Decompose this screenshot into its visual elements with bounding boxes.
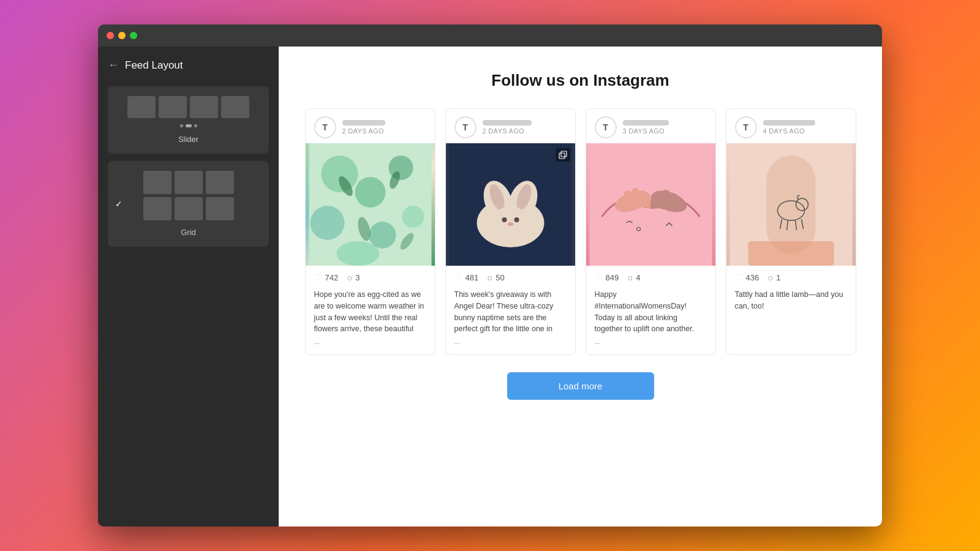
post-image-3 xyxy=(586,143,715,266)
caption-ellipsis-2: ... xyxy=(454,336,567,347)
svg-point-7 xyxy=(336,241,379,266)
svg-point-19 xyxy=(502,217,507,222)
avatar-4: T xyxy=(735,116,757,138)
load-more-section: Load more xyxy=(297,372,864,400)
slider-card xyxy=(221,96,249,118)
card-caption-2: This week's giveaway is with Angel Dear!… xyxy=(446,289,575,354)
card-caption-3: Happy #InternationalWomensDay! Today is … xyxy=(586,289,715,354)
svg-rect-22 xyxy=(559,153,565,159)
svg-rect-23 xyxy=(561,151,567,157)
slider-card xyxy=(190,96,218,118)
heart-icon-1: ♡ xyxy=(314,272,322,283)
avatar-2: T xyxy=(454,116,477,138)
svg-rect-44 xyxy=(748,241,834,266)
comments-stat-3: ○ 4 xyxy=(627,272,640,283)
slider-preview xyxy=(127,96,249,127)
svg-point-20 xyxy=(514,217,519,222)
svg-point-5 xyxy=(369,222,396,249)
sidebar: ← Feed Layout xyxy=(98,47,279,527)
feed-card-1[interactable]: T 2 DAYS AGO xyxy=(305,108,435,355)
slider-label: Slider xyxy=(178,135,198,144)
likes-count-1: 742 xyxy=(325,273,339,282)
maximize-button[interactable] xyxy=(130,32,137,39)
card-stats-2: ♡ 481 ○ 50 xyxy=(446,266,575,289)
card-header-3: T 3 DAYS AGO xyxy=(586,109,715,143)
likes-stat-3: ♡ 849 xyxy=(595,272,619,283)
post-time-1: 2 DAYS AGO xyxy=(342,127,426,135)
grid-card xyxy=(206,171,234,194)
username-bar-3 xyxy=(623,120,669,126)
caption-ellipsis-3: ... xyxy=(595,336,707,347)
avatar-3: T xyxy=(595,116,617,138)
comments-count-2: 50 xyxy=(496,273,504,282)
avatar-1: T xyxy=(314,116,336,138)
minimize-button[interactable] xyxy=(118,32,126,39)
heart-icon-2: ♡ xyxy=(454,272,462,283)
comment-icon-2: ○ xyxy=(487,272,492,283)
card-meta-4: 4 DAYS AGO xyxy=(763,120,847,135)
likes-count-3: 849 xyxy=(606,273,619,282)
feed-card-2[interactable]: T 2 DAYS AGO xyxy=(445,108,576,355)
card-stats-3: ♡ 849 ○ 4 xyxy=(586,266,715,289)
layout-option-slider[interactable]: Slider xyxy=(108,86,269,154)
grid-card xyxy=(175,197,203,220)
card-stats-1: ♡ 742 ○ 3 xyxy=(306,266,435,289)
post-time-2: 2 DAYS AGO xyxy=(483,127,567,135)
grid-preview xyxy=(143,171,234,220)
traffic-lights xyxy=(107,32,137,39)
likes-count-2: 481 xyxy=(466,273,479,282)
back-button[interactable]: ← xyxy=(108,59,119,72)
slider-dot xyxy=(194,124,197,127)
sidebar-title: Feed Layout xyxy=(125,59,183,72)
card-stats-4: ♡ 436 ○ 1 xyxy=(726,266,856,289)
card-meta-1: 2 DAYS AGO xyxy=(342,120,426,135)
svg-point-2 xyxy=(355,177,385,208)
multi-image-icon-2 xyxy=(556,148,570,162)
username-bar-1 xyxy=(342,120,385,126)
close-button[interactable] xyxy=(107,32,114,39)
grid-card xyxy=(206,197,234,220)
feed-card-4[interactable]: T 4 DAYS AGO xyxy=(726,108,856,355)
comments-count-3: 4 xyxy=(636,273,640,282)
card-header-4: T 4 DAYS AGO xyxy=(726,109,856,143)
username-bar-2 xyxy=(483,120,532,126)
slider-dot xyxy=(180,124,183,127)
card-header-1: T 2 DAYS AGO xyxy=(306,109,435,143)
card-caption-1: Hope you're as egg-cited as we are to we… xyxy=(306,289,435,354)
likes-count-4: 436 xyxy=(746,273,760,282)
post-image-2 xyxy=(446,143,575,266)
heart-icon-4: ♡ xyxy=(735,272,743,283)
card-meta-3: 3 DAYS AGO xyxy=(623,120,707,135)
comments-stat-1: ○ 3 xyxy=(347,272,360,283)
grid-label: Grid xyxy=(181,228,196,237)
comments-stat-2: ○ 50 xyxy=(487,272,505,283)
grid-card xyxy=(175,171,203,194)
title-bar xyxy=(98,24,882,47)
browser-window: ← Feed Layout xyxy=(98,24,882,527)
heart-icon-3: ♡ xyxy=(595,272,603,283)
post-time-3: 3 DAYS AGO xyxy=(623,127,707,135)
likes-stat-2: ♡ 481 xyxy=(454,272,479,283)
post-image-4 xyxy=(726,143,856,266)
grid-card xyxy=(143,171,172,194)
comments-stat-4: ○ 1 xyxy=(767,272,780,283)
comment-icon-3: ○ xyxy=(627,272,633,283)
svg-point-6 xyxy=(402,206,424,228)
comments-count-1: 3 xyxy=(355,273,360,282)
post-image-1 xyxy=(306,143,435,266)
load-more-button[interactable]: Load more xyxy=(507,372,654,400)
caption-ellipsis-1: ... xyxy=(314,336,426,347)
svg-point-4 xyxy=(310,206,344,240)
layout-option-grid[interactable]: ✓ Grid xyxy=(108,161,269,247)
slider-card xyxy=(127,96,156,118)
feed-heading: Follow us on Instagram xyxy=(491,71,669,90)
grid-card xyxy=(143,197,172,220)
slider-card xyxy=(159,96,187,118)
app-body: ← Feed Layout xyxy=(98,47,882,527)
svg-point-21 xyxy=(507,222,513,226)
check-icon: ✓ xyxy=(115,199,123,209)
comment-icon-4: ○ xyxy=(767,272,773,283)
comments-count-4: 1 xyxy=(776,273,780,282)
feed-card-3[interactable]: T 3 DAYS AGO xyxy=(586,108,716,355)
feed-grid: T 2 DAYS AGO xyxy=(305,108,856,355)
